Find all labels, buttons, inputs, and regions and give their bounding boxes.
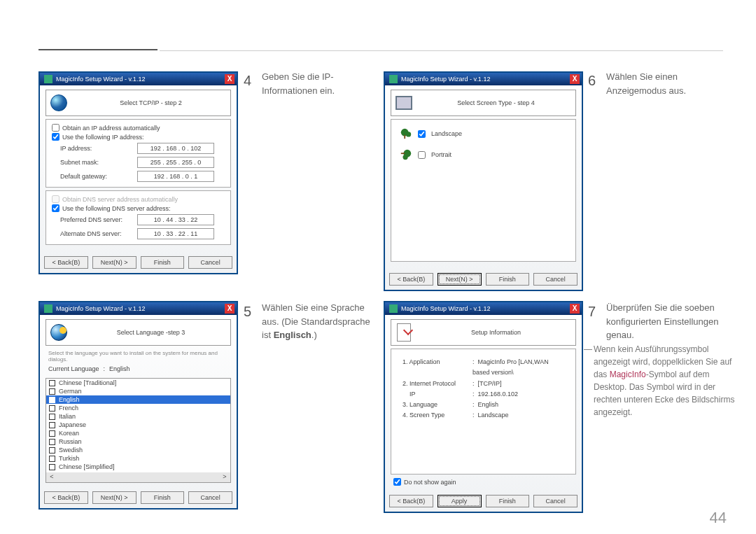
svg-point-5 [403,155,408,160]
mask-field[interactable]: 255 . 255 . 255 . 0 [137,157,214,168]
list-item[interactable]: English [46,395,230,404]
lang-name: Swedish [59,447,83,454]
back-button[interactable]: < Back(B) [389,273,433,286]
next-button[interactable]: Next(N) > [92,491,136,504]
close-icon[interactable]: X [225,74,234,84]
lang-name: Russian [59,438,82,445]
list-item[interactable]: Chinese [Simplified] [46,463,230,471]
manual-dns-label: Use the following DNS server address: [62,205,171,212]
checkbox-icon [49,430,55,437]
dont-show-label: Do not show again [404,479,456,486]
auto-dns-label: Obtain DNS server address automatically [62,196,178,203]
checkbox-icon [49,464,55,470]
gw-label: Default gateway: [60,173,137,180]
scroll-right-icon: > [220,473,229,482]
instructions: Select the language you want to install … [46,349,231,364]
adns-label: Alternate DNS server: [60,230,137,237]
back-button[interactable]: < Back(B) [389,495,433,507]
checkbox-icon [49,380,55,386]
wizard-summary: MagicInfo Setup Wizard - v.1.12 X Setup … [384,301,583,513]
manual-ip-checkbox[interactable] [52,133,59,141]
finish-button[interactable]: Finish [486,495,530,507]
list-item[interactable]: Italian [46,412,230,421]
cancel-button[interactable]: Cancel [533,273,578,286]
auto-ip-label: Obtain an IP address automatically [62,125,160,132]
close-icon[interactable]: X [570,304,580,314]
summary-list: 1. Application: MagicInfo Pro [LAN,WAN b… [397,353,570,426]
checkbox-icon [49,397,55,403]
titlebar: MagicInfo Setup Wizard - v.1.12 X [385,302,582,315]
checkbox-icon [49,422,55,428]
checkbox-icon [49,414,55,420]
checkbox-icon [49,456,55,462]
current-lang-value: English [109,365,130,372]
language-list[interactable]: Chinese [Traditional]GermanEnglishFrench… [46,378,231,483]
header-rule [38,49,158,50]
page-number: 44 [710,509,727,527]
list-item[interactable]: Chinese [Traditional] [46,379,230,387]
lang-name: Turkish [59,455,79,462]
list-item[interactable]: Turkish [46,454,230,463]
lang-name: Italian [59,413,76,420]
lang-name: German [59,388,82,395]
list-item[interactable]: Japanese [46,421,230,429]
pdns-field[interactable]: 10 . 44 . 33 . 22 [137,214,214,225]
back-button[interactable]: < Back(B) [44,256,88,269]
step-header: Select TCP/IP - step 2 [46,90,231,116]
caption-5: 5Wählen Sie eine Sprache aus. (Die Stand… [244,301,381,342]
app-icon [389,304,398,313]
finish-button[interactable]: Finish [141,256,185,269]
finish-button[interactable]: Finish [141,491,185,504]
monitor-icon [396,96,412,110]
titlebar: MagicInfo Setup Wizard - v.1.12 X [40,302,237,315]
portrait-checkbox[interactable] [418,151,426,159]
wizard-language: MagicInfo Setup Wizard - v.1.12 X Select… [38,301,238,510]
finish-button[interactable]: Finish [486,273,530,286]
app-icon [44,75,52,83]
gw-field[interactable]: 192 . 168 . 0 . 1 [137,171,214,182]
back-button[interactable]: < Back(B) [44,491,88,504]
summary-row: IP: 192.168.0.102 [402,389,564,400]
landscape-checkbox[interactable] [418,130,426,138]
list-item[interactable]: French [46,404,230,412]
wizard-tcpip: MagicInfo Setup Wizard - v.1.12 X Select… [38,71,238,274]
close-icon[interactable]: X [225,304,234,314]
mask-label: Subnet mask: [60,159,137,166]
cancel-button[interactable]: Cancel [533,495,578,507]
caption-6: 6Wählen Sie einen Anzeigemodus aus. [588,70,725,97]
list-item[interactable]: Russian [46,437,230,446]
lang-name: Japanese [59,421,86,428]
close-icon[interactable]: X [570,74,580,84]
cancel-button[interactable]: Cancel [188,256,232,269]
step-header: Select Language -step 3 [46,319,231,346]
summary-row: 4. Screen Type: Landscape [402,410,564,421]
auto-ip-checkbox[interactable] [52,124,59,132]
next-button[interactable]: Next(N) > [438,273,482,286]
note-block: ― Wenn kein Ausführungssymbol angezeigt … [594,343,744,419]
cancel-button[interactable]: Cancel [188,491,232,504]
svg-rect-4 [401,153,405,154]
step-title: Setup Information [419,329,573,336]
list-item[interactable]: Swedish [46,446,230,454]
adns-field[interactable]: 10 . 33 . 22 . 11 [137,228,214,239]
ip-label: IP address: [60,145,137,152]
caption-7: 7Überprüfen Sie die soeben konfigurierte… [588,301,725,342]
apply-button[interactable]: Apply [438,495,482,507]
next-button[interactable]: Next(N) > [92,256,136,269]
ip-field[interactable]: 192 . 168 . 0 . 102 [137,143,214,154]
window-title: MagicInfo Setup Wizard - v.1.12 [56,76,145,83]
svg-rect-1 [404,135,405,139]
summary-row: 3. Language: English [402,400,564,410]
manual-dns-checkbox[interactable] [52,204,59,212]
scrollbar-horizontal[interactable]: <> [46,472,230,482]
manual-ip-label: Use the following IP address: [62,134,144,141]
window-title: MagicInfo Setup Wizard - v.1.12 [401,76,490,83]
step-header: Select Screen Type - step 4 [391,90,576,116]
list-item[interactable]: German [46,387,230,395]
header-rule-thin [160,50,723,51]
window-title: MagicInfo Setup Wizard - v.1.12 [401,305,490,312]
lang-name: Chinese [Traditional] [59,379,116,386]
list-item[interactable]: Korean [46,429,230,437]
tree-portrait-icon [400,148,412,161]
dont-show-checkbox[interactable] [393,478,401,486]
